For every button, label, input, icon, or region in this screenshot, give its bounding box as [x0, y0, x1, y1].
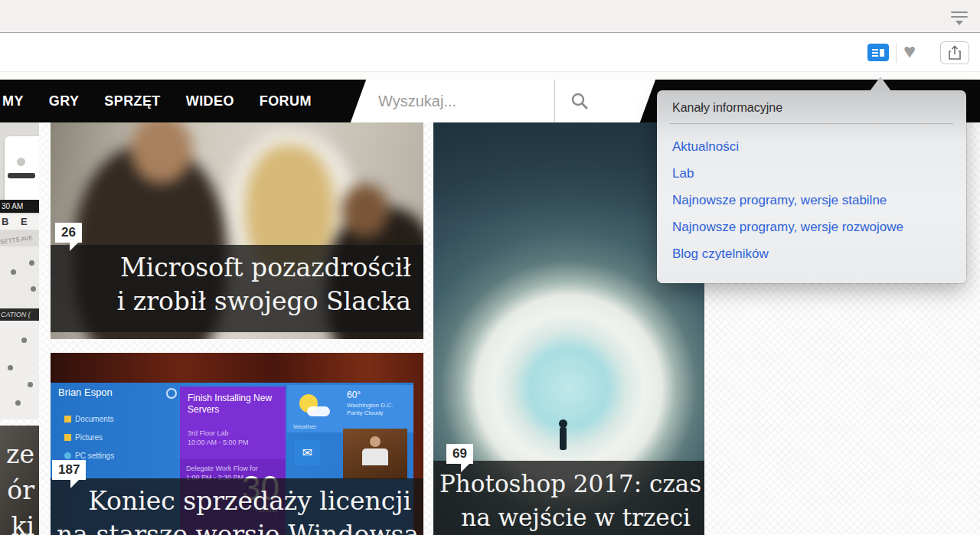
nav-item-wideo[interactable]: WIDEO [186, 93, 234, 109]
collapse-line [951, 16, 968, 18]
collapse-line [951, 11, 968, 13]
article-title-partial: ze ór ki [0, 436, 39, 535]
map-image [0, 246, 39, 308]
article-card-partial-bottom[interactable]: ze ór ki [0, 426, 39, 535]
share-icon [948, 45, 962, 60]
nav-menu: MY GRY SPRZĘT WIDEO FORUM [2, 80, 312, 122]
browser-titlebar [0, 0, 980, 33]
nav-item-sprzet[interactable]: SPRZĘT [104, 93, 160, 109]
browser-toolbar: ♥ [0, 34, 980, 71]
search-box [351, 80, 655, 122]
rss-feed-button[interactable] [867, 44, 889, 61]
popover-separator [670, 123, 953, 124]
share-button[interactable] [940, 41, 969, 64]
article-title: Photoshop 2017: czas na wejście w trzeci [433, 461, 704, 535]
win-menu-pictures: Pictures [75, 433, 103, 442]
comment-count-badge[interactable]: 187 [52, 460, 86, 480]
article-title: Microsoft pozazdrościł i zrobił swojego … [51, 245, 423, 332]
article-card-windows-licenses[interactable]: Brian Espon Documents Pictures PC settin… [51, 353, 423, 535]
feed-link-blog-czytelnikow[interactable]: Blog czytelników [672, 240, 951, 267]
win-tile-photo [343, 429, 407, 479]
search-icon [570, 91, 590, 111]
page-top-strip [0, 71, 980, 80]
article-card-partial-top[interactable]: 30 AM B E R SETTS AVE CATION ( [0, 122, 39, 419]
nav-item-gry[interactable]: GRY [49, 93, 80, 109]
article-title: Koniec sprzedaży licencji na starsze wer… [51, 478, 423, 535]
article-card-microsoft-slack[interactable]: 26 Microsoft pozazdrościł i zrobił swoje… [51, 122, 423, 339]
search-submit[interactable] [555, 91, 604, 111]
comment-count-badge[interactable]: 69 [446, 444, 473, 464]
toolbar-divider [896, 43, 897, 63]
phone-slot [8, 173, 35, 178]
win-menu-settings: PC settings [75, 452, 114, 460]
feed-link-programy-stabilne[interactable]: Najnowsze programy, wersje stabilne [672, 187, 951, 214]
feed-link-aktualnosci[interactable]: Aktualności [672, 133, 951, 160]
image-text-street: SETTS AVE [0, 234, 33, 246]
chevron-down-icon [956, 21, 963, 25]
feed-links-list: Aktualności Lab Najnowsze programy, wers… [657, 133, 966, 267]
win-menu-documents: Documents [75, 415, 114, 423]
phone-image [5, 136, 39, 207]
newspaper-icon [871, 47, 886, 59]
image-text-band: CATION ( [0, 308, 39, 321]
comment-count-badge[interactable]: 26 [55, 223, 82, 243]
feed-link-programy-rozwojowe[interactable]: Najnowsze programy, wersje rozwojowe [672, 214, 951, 240]
feeds-popover: Kanały informacyjne Aktualności Lab Najn… [657, 90, 966, 283]
phone-camera [17, 158, 25, 166]
image-text-brand: B E R [0, 214, 39, 230]
map-image [0, 321, 39, 419]
win-tile-mail: ✉ [295, 440, 320, 465]
toolbar-collapse-icon[interactable] [951, 11, 968, 25]
cloud-icon [307, 406, 330, 416]
win-tile-weather: 60° Washington D.C. Partly Cloudy Weathe… [287, 385, 413, 432]
power-icon [166, 388, 177, 399]
popover-arrow [870, 77, 891, 91]
nav-item-forum[interactable]: FORUM [260, 93, 312, 109]
popover-title: Kanały informacyjne [657, 90, 966, 123]
person-silhouette [559, 419, 567, 428]
toolbar-buttons: ♥ [867, 34, 969, 71]
search-input[interactable] [377, 92, 554, 111]
nav-item-my[interactable]: MY [2, 93, 24, 109]
win-username: Brian Espon [58, 387, 113, 398]
feed-link-lab[interactable]: Lab [672, 160, 951, 187]
mail-icon: ✉ [302, 445, 312, 460]
image-text-time: 30 AM [0, 200, 39, 213]
favorites-heart-button[interactable]: ♥ [903, 41, 916, 62]
